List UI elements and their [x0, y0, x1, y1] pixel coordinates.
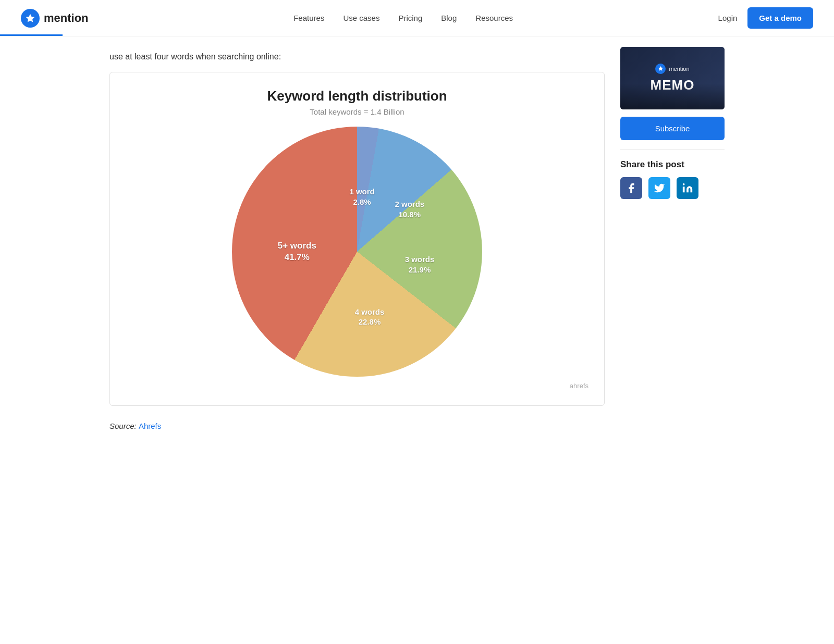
memo-logo-row: mention: [655, 64, 689, 74]
source-label: Source:: [109, 422, 137, 430]
svg-point-0: [683, 183, 685, 185]
logo-text: mention: [44, 11, 89, 25]
twitter-share-button[interactable]: [648, 177, 670, 199]
sidebar-divider: [620, 150, 725, 150]
logo-star-icon: [21, 9, 40, 28]
pie-label-4words: 4 words 22.8%: [355, 306, 385, 327]
pie-chart-container: 1 word 2.8% 2 words 10.8% 3 words 21.9%: [232, 127, 482, 377]
pie-label-1word: 1 word 2.8%: [349, 187, 374, 207]
twitter-icon: [654, 182, 665, 194]
memo-logo-text: mention: [669, 66, 689, 72]
memo-star-icon: [655, 64, 666, 74]
login-link[interactable]: Login: [718, 14, 738, 22]
subscribe-button[interactable]: Subscribe: [620, 117, 725, 140]
intro-text: use at least four words when searching o…: [109, 47, 605, 61]
get-demo-button[interactable]: Get a demo: [747, 7, 813, 29]
chart-title: Keyword length distribution: [120, 88, 594, 104]
logo-link[interactable]: mention: [21, 9, 89, 28]
share-icons: [620, 177, 725, 199]
facebook-icon: [626, 182, 637, 194]
share-title: Share this post: [620, 159, 725, 170]
nav-pricing[interactable]: Pricing: [398, 14, 422, 22]
chart-card: Keyword length distribution Total keywor…: [109, 72, 605, 406]
source-link[interactable]: Ahrefs: [139, 422, 161, 430]
nav-resources[interactable]: Resources: [475, 14, 513, 22]
pie-label-2words: 2 words 10.8%: [395, 199, 424, 219]
star-small-icon: [658, 66, 664, 71]
nav-features[interactable]: Features: [293, 14, 324, 22]
chart-subtitle: Total keywords = 1.4 Billion: [120, 107, 594, 116]
nav-links: Features Use cases Pricing Blog Resource…: [293, 14, 513, 22]
content-wrapper: use at least four words when searching o…: [89, 36, 745, 441]
star-icon: [25, 13, 35, 23]
main-content: use at least four words when searching o…: [109, 47, 605, 430]
pie-chart: 1 word 2.8% 2 words 10.8% 3 words 21.9%: [232, 127, 482, 377]
facebook-share-button[interactable]: [620, 177, 642, 199]
memo-overlay: [620, 83, 725, 109]
source-line: Source: Ahrefs: [109, 422, 605, 430]
navbar: mention Features Use cases Pricing Blog …: [0, 0, 834, 36]
chart-attribution: ahrefs: [120, 382, 594, 390]
nav-right: Login Get a demo: [718, 7, 813, 29]
nav-blog[interactable]: Blog: [441, 14, 457, 22]
pie-label-5words: 5+ words 41.7%: [278, 240, 316, 263]
memo-image-area: mention MEMO: [620, 47, 725, 109]
nav-use-cases[interactable]: Use cases: [343, 14, 379, 22]
linkedin-icon: [682, 182, 693, 194]
nav-progress-bar: [0, 34, 63, 36]
sidebar: mention MEMO Subscribe Share this post: [620, 47, 725, 430]
memo-card: mention MEMO: [620, 47, 725, 109]
pie-label-3words: 3 words 21.9%: [405, 254, 435, 275]
linkedin-share-button[interactable]: [677, 177, 698, 199]
